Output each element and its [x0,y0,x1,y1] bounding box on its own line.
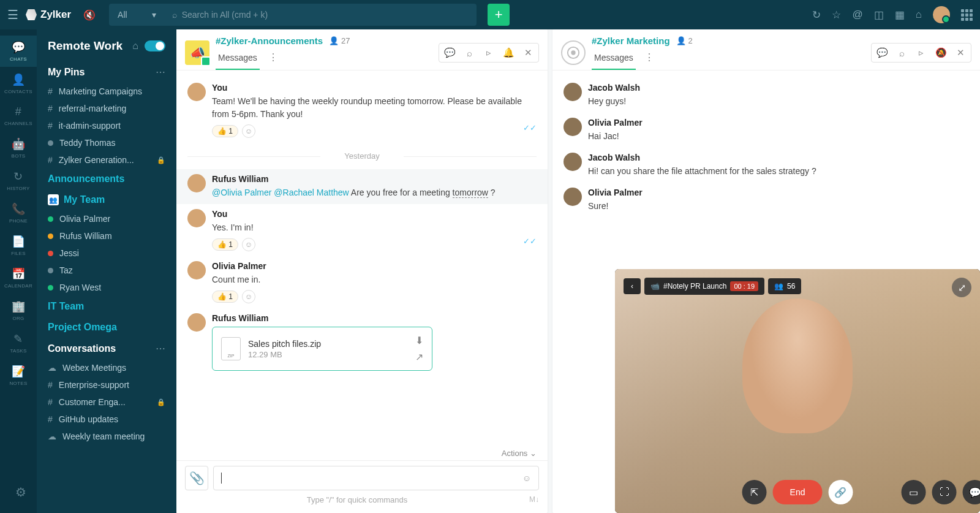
team-icon: 👥 [48,194,59,205]
screenshare-button[interactable]: ⇱ [742,480,767,504]
tab-more-icon[interactable]: ⋮ [638,45,660,69]
store-icon[interactable]: ⌂ [916,9,922,21]
expand-icon[interactable]: ⤢ [952,278,971,297]
speaker-icon[interactable]: 🔇 [83,9,96,21]
sidebar-item[interactable]: #Marketing Campaigns [37,83,176,100]
sidebar-item[interactable]: #Customer Enga...🔒 [37,393,176,411]
bell-mute-icon[interactable]: 🔕 [932,45,950,61]
sidebar-item[interactable]: Jessi [37,245,176,262]
add-button[interactable]: + [488,4,510,26]
monitor-icon[interactable]: ⌂ [132,40,138,51]
camera-icon: 📹 [650,282,660,291]
sidebar-item[interactable]: Teddy Thomas [37,134,176,151]
channel-members[interactable]: 👤 27 [329,36,350,45]
reaction[interactable]: 👍 1 [212,125,238,137]
rail-org[interactable]: 🏢ORG [0,295,37,326]
message-input[interactable]: ☺ [213,466,539,490]
download-icon[interactable]: ⬇ [415,335,423,346]
rail-files[interactable]: 📄FILES [0,230,37,261]
channel-name[interactable]: #Zylker Marketing [592,36,670,46]
rail-notes[interactable]: 📝NOTES [0,360,37,391]
sidebar-item[interactable]: #GitHub updates [37,411,176,428]
search-input[interactable]: ⌕ Search in All (cmd + k) [165,4,477,26]
rail-history[interactable]: ↻HISTORY [0,165,37,196]
channel-members[interactable]: 👤 2 [676,36,693,45]
menu-icon[interactable]: ☰ [7,7,18,22]
rail-channels[interactable]: #CHANNELS [0,101,37,131]
add-reaction-icon[interactable]: ☺ [242,290,255,303]
channel-name[interactable]: #Zylker-Announcements [216,36,323,46]
sidebar-item[interactable]: #Enterprise-support [37,376,176,393]
sidebar-item[interactable]: ☁Weekly team meeting [37,428,176,445]
message: YouTeam! We'll be having the weekly roun… [187,78,537,143]
end-call-button[interactable]: End [773,480,823,504]
reaction[interactable]: 👍 1 [212,238,238,251]
reaction[interactable]: 👍 1 [212,291,238,303]
video-icon[interactable]: ▹ [912,45,930,61]
thread-icon[interactable]: 💬 [440,45,459,61]
search-icon: ⌕ [172,10,177,20]
tab-messages[interactable]: Messages [216,47,260,70]
sidebar-item[interactable]: #referral-marketing [37,100,176,117]
attach-button[interactable]: 📎 [185,466,208,490]
fullscreen-button[interactable]: ⛶ [932,480,957,504]
calendar-icon[interactable]: ▦ [895,9,905,21]
sidebar-item[interactable]: Olivia Palmer [37,210,176,227]
call-back-button[interactable]: ‹ [624,278,641,294]
pins-header: My Pins ⋯ [37,61,176,83]
mention-icon[interactable]: @ [852,9,862,21]
sidebar-item[interactable]: Taz [37,262,176,279]
add-reaction-icon[interactable]: ☺ [242,238,255,251]
thread-icon[interactable]: 💬 [873,45,891,61]
workspace-header: Remote Work ⌂ [37,37,176,61]
bell-icon[interactable]: 🔔 [499,45,518,61]
pip-button[interactable]: ▭ [902,480,926,504]
presence-toggle[interactable] [145,40,165,51]
rail-phone[interactable]: 📞PHONE [0,197,37,229]
share-icon[interactable]: ↗ [415,351,423,363]
search-icon[interactable]: ⌕ [460,45,478,61]
video-icon[interactable]: ▹ [480,45,498,61]
close-icon[interactable]: ✕ [519,45,537,61]
call-viewers[interactable]: 👥 56 [768,278,801,294]
it-team-link[interactable]: IT Team [48,301,84,312]
sidebar-item[interactable]: #it-admin-support [37,117,176,134]
sidebar-item[interactable]: #Zylker Generation...🔒 [37,151,176,169]
sidebar-item[interactable]: ☁Webex Meetings [37,359,176,376]
copy-link-button[interactable]: 🔗 [828,480,853,504]
project-link[interactable]: Project Omega [48,322,117,333]
search-icon[interactable]: ⌕ [892,45,911,61]
sidebar-item[interactable]: Ryan West [37,279,176,296]
actions-dropdown[interactable]: Actions ⌄ [176,446,548,460]
file-attachment[interactable]: ZIPSales pitch files.zip12.29 MB⬇↗ [212,327,432,371]
conversations-more-icon[interactable]: ⋯ [156,343,165,354]
tab-messages[interactable]: Messages [592,47,636,70]
pins-more-icon[interactable]: ⋯ [156,66,165,78]
sidebar-item[interactable]: Rufus William [37,227,176,245]
bookmark-icon[interactable]: ◫ [874,9,884,21]
apps-grid-icon[interactable] [961,9,973,21]
workspace-title: Remote Work [48,39,123,53]
rail-calendar[interactable]: 📅CALENDAR [0,262,37,294]
star-icon[interactable]: ☆ [832,9,841,21]
close-icon[interactable]: ✕ [951,45,970,61]
rail-chats[interactable]: 💬CHATS [0,36,37,67]
rail-tasks[interactable]: ✎TASKS [0,327,37,359]
conversations-title: Conversations [48,343,116,354]
rail-contacts[interactable]: 👤CONTACTS [0,68,37,99]
user-avatar[interactable] [933,6,950,23]
refresh-icon[interactable]: ↻ [812,9,821,21]
call-timer: 00 : 19 [730,281,758,291]
myteam-header[interactable]: 👥 My Team [37,189,176,210]
rail-bots[interactable]: 🤖BOTS [0,132,37,164]
search-scope-dropdown[interactable]: All ▾ [109,4,165,26]
add-reaction-icon[interactable]: ☺ [242,124,255,138]
pane-tools: 💬 ⌕ ▹ 🔕 ✕ [871,43,971,63]
input-hint: Type "/" for quick commands [307,495,408,504]
announcements-link[interactable]: Announcements [48,173,124,184]
emoji-icon[interactable]: ☺ [522,473,531,483]
message: YouYes. I'm in!👍 1☺✓✓ [187,204,537,256]
search: All ▾ ⌕ Search in All (cmd + k) [109,4,477,26]
tab-more-icon[interactable]: ⋮ [262,45,284,69]
top-icons: ↻ ☆ @ ◫ ▦ ⌂ [812,6,973,23]
